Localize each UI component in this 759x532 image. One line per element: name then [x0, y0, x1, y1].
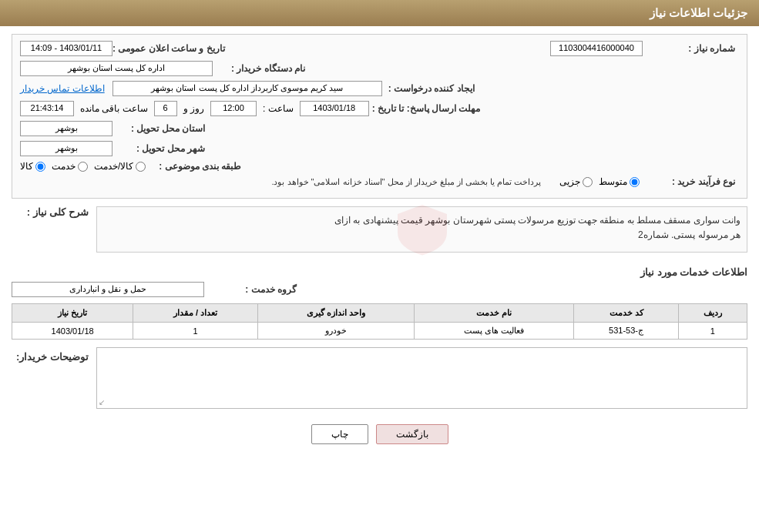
footer-buttons: بازگشت چاپ [12, 417, 747, 452]
info-section: شماره نیاز : 1103004416000040 تاریخ و سا… [12, 34, 747, 199]
purchase-partial-label: جزیی [559, 176, 580, 187]
province-label: استان محل تحویل : [113, 123, 205, 134]
description-container: وانت سواری مسقف مسلط به منطقه جهت توزیع … [12, 206, 747, 260]
category-goods-label: کالا [20, 161, 33, 172]
category-goods-service-label: کالا/خدمت [94, 161, 133, 172]
category-service-radio[interactable] [78, 162, 88, 172]
page-wrapper: جزئیات اطلاعات نیاز شماره نیاز : 1103004… [0, 0, 759, 532]
page-header: جزئیات اطلاعات نیاز [0, 0, 759, 26]
resize-handle: ↙ [99, 398, 105, 407]
category-goods-item: کالا [20, 161, 45, 172]
notes-box: ↙ [96, 347, 747, 409]
cell-name: فعالیت های پست [415, 323, 574, 340]
row-need-number: شماره نیاز : 1103004416000040 تاریخ و سا… [20, 41, 739, 56]
service-group-value: حمل و نقل و انبارداری [12, 282, 204, 297]
city-label: شهر محل تحویل : [113, 143, 205, 154]
category-goods-radio[interactable] [35, 162, 45, 172]
purchase-partial-radio[interactable] [583, 177, 593, 187]
announcement-value: 1403/01/11 - 14:09 [20, 41, 113, 56]
buyer-notes-label: توضیحات خریدار: [16, 351, 89, 363]
row-city: شهر محل تحویل : بوشهر [20, 141, 739, 156]
cell-date: 1403/01/18 [12, 323, 133, 340]
col-header-quantity: تعداد / مقدار [133, 304, 258, 323]
province-value: بوشهر [20, 121, 113, 136]
category-goods-service-item: کالا/خدمت [94, 161, 146, 172]
row-category: طبقه بندی موضوعی : کالا/خدمت خدمت کالا [20, 161, 739, 172]
description-line2: هر مرسوله پستی. شماره2 [638, 229, 741, 240]
col-header-unit: واحد اندازه گیری [257, 304, 414, 323]
purchase-medium-item: متوسط [599, 176, 640, 187]
watermark-logo [391, 199, 453, 260]
cell-code: ج-53-531 [574, 323, 678, 340]
response-time-value: 12:00 [210, 101, 257, 116]
service-group-label: گروه خدمت : [204, 284, 297, 295]
response-remaining-label: ساعت باقی مانده [80, 103, 148, 114]
row-service-group: گروه خدمت : حمل و نقل و انبارداری [12, 282, 747, 297]
purchase-partial-item: جزیی [559, 176, 593, 187]
row-province: استان محل تحویل : بوشهر [20, 121, 739, 136]
row-response-deadline: مهلت ارسال پاسخ: تا تاریخ : 1403/01/18 س… [20, 101, 739, 116]
purchase-medium-radio[interactable] [630, 177, 640, 187]
table-row: 1 ج-53-531 فعالیت های پست خودرو 1 1403/0… [12, 323, 747, 340]
city-value: بوشهر [20, 141, 113, 156]
buyer-notes-section: ↙ توضیحات خریدار: [12, 347, 747, 409]
row-org-name: نام دستگاه خریدار : اداره کل پست استان ب… [20, 61, 739, 76]
category-service-label: خدمت [52, 161, 76, 172]
response-time-label: ساعت : [263, 103, 294, 114]
services-table-section: ردیف کد خدمت نام خدمت واحد اندازه گیری ت… [12, 303, 747, 340]
category-radio-group: کالا/خدمت خدمت کالا [20, 161, 146, 172]
contact-link[interactable]: اطلاعات تماس خریدار [20, 83, 105, 94]
org-name-value: اداره کل پست استان بوشهر [20, 61, 213, 76]
col-header-name: نام خدمت [415, 304, 574, 323]
description-label-area: شرح کلی نیاز : [12, 206, 89, 218]
col-header-row: ردیف [678, 304, 747, 323]
print-button[interactable]: چاپ [311, 424, 368, 444]
purchase-radio-group: متوسط جزیی [559, 176, 640, 187]
need-number-label: شماره نیاز : [643, 43, 735, 54]
response-days-value: 6 [154, 101, 177, 116]
main-content: شماره نیاز : 1103004416000040 تاریخ و سا… [0, 26, 759, 460]
category-goods-service-radio[interactable] [136, 162, 146, 172]
creator-value: سید کریم موسوی کاربرداز اداره کل پست است… [113, 81, 382, 96]
services-section-title: اطلاعات خدمات مورد نیاز [12, 266, 747, 278]
category-service-item: خدمت [52, 161, 88, 172]
response-date-value: 1403/01/18 [300, 101, 369, 116]
response-deadline-label: مهلت ارسال پاسخ: تا تاریخ : [372, 103, 481, 114]
notes-label-area: توضیحات خریدار: [12, 347, 89, 363]
row-creator: ایجاد کننده درخواست : سید کریم موسوی کار… [20, 81, 739, 96]
category-label: طبقه بندی موضوعی : [149, 161, 241, 172]
col-header-date: تاریخ نیاز [12, 304, 133, 323]
cell-row: 1 [678, 323, 747, 340]
col-header-code: کد خدمت [574, 304, 678, 323]
description-box: وانت سواری مسقف مسلط به منطقه جهت توزیع … [96, 206, 747, 253]
purchase-medium-label: متوسط [599, 176, 627, 187]
response-days-label: روز و [183, 103, 204, 114]
org-name-label: نام دستگاه خریدار : [213, 63, 305, 74]
need-number-value: 1103004416000040 [550, 41, 643, 56]
description-title: شرح کلی نیاز : [27, 206, 89, 218]
back-button[interactable]: بازگشت [376, 424, 448, 444]
purchase-type-label: نوع فرآیند خرید : [643, 176, 735, 187]
cell-unit: خودرو [257, 323, 414, 340]
creator-label: ایجاد کننده درخواست : [382, 83, 475, 94]
services-table: ردیف کد خدمت نام خدمت واحد اندازه گیری ت… [12, 303, 747, 340]
announcement-label: تاریخ و ساعت اعلان عمومی : [113, 43, 225, 54]
payment-note: پرداخت تمام یا بخشی از مبلغ خریدار از مح… [20, 177, 541, 187]
page-title: جزئیات اطلاعات نیاز [650, 6, 747, 19]
response-remaining-value: 21:43:14 [20, 101, 74, 116]
row-purchase-type: نوع فرآیند خرید : متوسط جزیی پرداخت تمام… [20, 176, 739, 187]
cell-quantity: 1 [133, 323, 258, 340]
